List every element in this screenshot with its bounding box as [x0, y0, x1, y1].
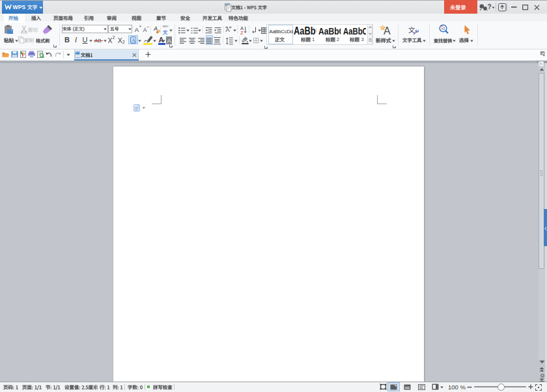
svg-text:Z: Z	[240, 29, 244, 35]
svg-text:A: A	[131, 37, 135, 44]
